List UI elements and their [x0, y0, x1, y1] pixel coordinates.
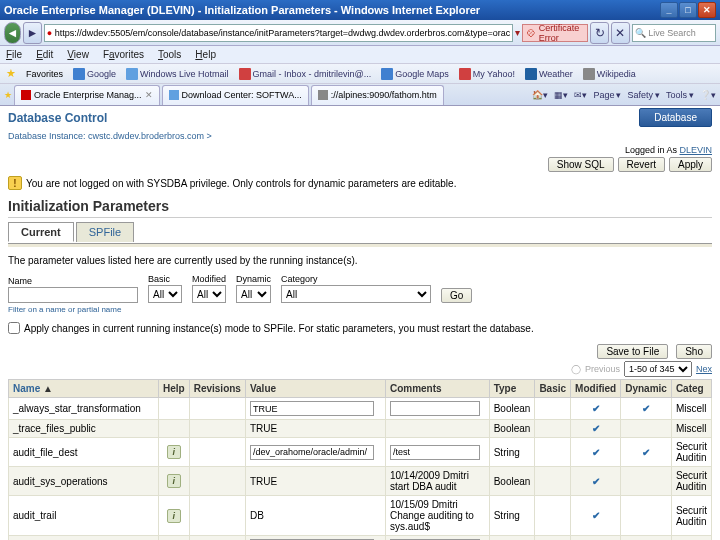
browser-tab-active[interactable]: Oracle Enterprise Manag... ✕: [14, 85, 160, 105]
toolbar-feeds-icon[interactable]: ▦▾: [554, 90, 568, 100]
value-text: TRUE: [250, 476, 277, 487]
section-title: Initialization Parameters: [8, 198, 712, 218]
database-button[interactable]: Database: [639, 108, 712, 127]
help-icon[interactable]: i: [167, 445, 181, 459]
minimize-button[interactable]: _: [660, 2, 678, 18]
value-text: DB: [250, 510, 264, 521]
filter-category-select[interactable]: All: [281, 285, 431, 303]
url-text: https://dwdev:5505/em/console/database/i…: [55, 28, 511, 38]
bookmark[interactable]: Google: [73, 68, 116, 80]
maximize-button[interactable]: □: [679, 2, 697, 18]
bookmarks-bar: ★ Favorites Google Windows Live Hotmail …: [0, 64, 720, 84]
bookmark[interactable]: Wikipedia: [583, 68, 636, 80]
toolbar-tools[interactable]: Tools▾: [666, 90, 694, 100]
table-row: _always_star_transformationBoolean✔✔Misc…: [9, 398, 712, 420]
param-name: _trace_files_public: [9, 420, 159, 438]
window-titlebar: Oracle Enterprise Manager (DLEVIN) - Ini…: [0, 0, 720, 20]
menu-tools[interactable]: Tools: [158, 49, 181, 60]
filter-row: Name Basic All Modified All Dynamic All …: [8, 274, 712, 303]
pager-prev-icon: ◯: [571, 364, 581, 374]
table-row: audit_file_destiString✔✔Securit Auditin: [9, 438, 712, 467]
bookmark[interactable]: Google Maps: [381, 68, 449, 80]
show-all-button[interactable]: Sho: [676, 344, 712, 359]
toolbar-mail-icon[interactable]: ✉▾: [574, 90, 587, 100]
user-link[interactable]: DLEVIN: [679, 145, 712, 155]
menu-edit[interactable]: Edit: [36, 49, 53, 60]
filter-hint: Filter on a name or partial name: [8, 305, 712, 314]
filter-modified-select[interactable]: All: [192, 285, 226, 303]
toolbar-home-icon[interactable]: 🏠▾: [532, 90, 548, 100]
pager-next[interactable]: Nex: [696, 364, 712, 374]
browser-tab[interactable]: ://alpines:9090/fathom.htm: [311, 85, 444, 105]
go-button[interactable]: Go: [441, 288, 472, 303]
toolbar-help-icon[interactable]: ❔▾: [700, 90, 716, 100]
toolbar-safety[interactable]: Safety▾: [627, 90, 660, 100]
filter-dynamic-select[interactable]: All: [236, 285, 271, 303]
table-row: _trace_files_publicTRUEBoolean✔Miscell: [9, 420, 712, 438]
menu-help[interactable]: Help: [195, 49, 216, 60]
page-content: Database Control Database Database Insta…: [0, 108, 720, 540]
param-name: audit_trail: [9, 496, 159, 536]
bookmark[interactable]: Gmail - Inbox - dmitrilevin@...: [239, 68, 372, 80]
toolbar-page[interactable]: Page▾: [593, 90, 621, 100]
table-row: audit_trailiDB10/15/09 Dmitri Change aud…: [9, 496, 712, 536]
tab-spfile[interactable]: SPFile: [76, 222, 134, 242]
help-icon[interactable]: i: [167, 474, 181, 488]
filter-name-input[interactable]: [8, 287, 138, 303]
favorites-icon[interactable]: ★: [4, 90, 12, 100]
filter-basic-select[interactable]: All: [148, 285, 182, 303]
pager-previous: Previous: [585, 364, 620, 374]
close-button[interactable]: ✕: [698, 2, 716, 18]
subtabs: Current SPFile: [8, 222, 712, 242]
value-text: TRUE: [250, 423, 277, 434]
value-input[interactable]: [250, 401, 374, 416]
favorites-star-icon[interactable]: ★: [6, 67, 16, 80]
revert-button[interactable]: Revert: [618, 157, 665, 172]
param-name: audit_file_dest: [9, 438, 159, 467]
url-bar[interactable]: ● https://dwdev:5505/em/console/database…: [44, 24, 514, 42]
help-icon[interactable]: i: [167, 509, 181, 523]
tab-current[interactable]: Current: [8, 222, 74, 242]
stop-button[interactable]: ✕: [611, 22, 630, 44]
value-input[interactable]: [250, 445, 374, 460]
tab-close-icon[interactable]: ✕: [145, 90, 153, 100]
login-status: Logged in As DLEVIN: [625, 145, 712, 155]
warning-banner: ! You are not logged on with SYSDBA priv…: [8, 176, 712, 190]
back-button[interactable]: ◄: [4, 22, 21, 44]
menu-file[interactable]: File: [6, 49, 22, 60]
forward-button[interactable]: ►: [23, 22, 42, 44]
browser-tabbar: ★ Oracle Enterprise Manag... ✕ Download …: [0, 84, 720, 106]
comments-input[interactable]: [390, 445, 480, 460]
save-to-file-button[interactable]: Save to File: [597, 344, 668, 359]
col-name[interactable]: Name: [13, 383, 40, 394]
pager-range-select[interactable]: 1-50 of 345: [624, 361, 692, 377]
bookmark[interactable]: My Yahoo!: [459, 68, 515, 80]
browser-tab[interactable]: Download Center: SOFTWA...: [162, 85, 309, 105]
param-name: db_file_multiblock_read_count: [9, 536, 159, 541]
menu-favorites[interactable]: Favorites: [103, 49, 144, 60]
comments-text: 10/14/2009 Dmitri start DBA audit: [390, 470, 469, 492]
app-title: Database Control: [8, 111, 107, 125]
browser-search[interactable]: 🔍 Live Search: [632, 24, 716, 42]
description: The parameter values listed here are cur…: [8, 255, 712, 266]
browser-menubar: File Edit View Favorites Tools Help: [0, 46, 720, 64]
certificate-error[interactable]: ⛒ Certificate Error: [522, 24, 588, 42]
bookmark[interactable]: Windows Live Hotmail: [126, 68, 229, 80]
apply-spfile-checkbox[interactable]: [8, 322, 20, 334]
table-row: db_file_multiblock_read_countiInteger✔✔M…: [9, 536, 712, 541]
window-title: Oracle Enterprise Manager (DLEVIN) - Ini…: [4, 4, 480, 16]
table-row: audit_sys_operationsiTRUE10/14/2009 Dmit…: [9, 467, 712, 496]
comments-input[interactable]: [390, 401, 480, 416]
breadcrumb[interactable]: Database Instance: cwstc.dwdev.broderbro…: [8, 131, 712, 141]
warning-icon: !: [8, 176, 22, 190]
apply-button[interactable]: Apply: [669, 157, 712, 172]
show-sql-button[interactable]: Show SQL: [548, 157, 614, 172]
param-name: _always_star_transformation: [9, 398, 159, 420]
menu-view[interactable]: View: [67, 49, 89, 60]
refresh-button[interactable]: ↻: [590, 22, 609, 44]
filter-name-label: Name: [8, 276, 138, 286]
param-name: audit_sys_operations: [9, 467, 159, 496]
bookmark[interactable]: Weather: [525, 68, 573, 80]
comments-text: 10/15/09 Dmitri Change auditing to sys.a…: [390, 499, 474, 532]
favorites-label[interactable]: Favorites: [26, 69, 63, 79]
